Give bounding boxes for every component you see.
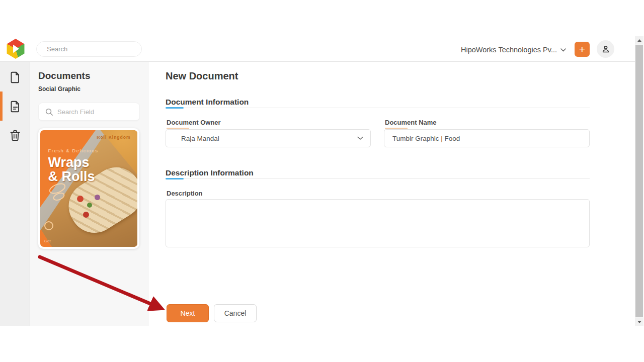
play-icon: [11, 44, 21, 54]
section-rule: [166, 178, 590, 179]
profile-button[interactable]: [597, 40, 614, 58]
plus-icon: +: [579, 43, 585, 55]
owner-label: Document Owner: [167, 119, 221, 129]
scroll-up-button[interactable]: [635, 36, 643, 44]
thumbnail-heading-1: Wraps: [48, 155, 89, 170]
panel-title: Documents: [38, 70, 90, 81]
app-logo[interactable]: [6, 39, 25, 59]
down-arrow-icon: [637, 321, 641, 323]
document-text-icon[interactable]: [9, 100, 22, 113]
documents-panel: Documents Social Graphic Roll Kingdom Fr…: [30, 62, 148, 326]
thumbnail-graphic: Roll Kingdom Fresh & Delicious Wraps & R…: [40, 130, 137, 247]
scroll-down-button[interactable]: [635, 318, 643, 326]
scrollbar-thumb[interactable]: [635, 45, 643, 317]
owner-value: Raja Mandal: [181, 135, 357, 142]
cancel-button[interactable]: Cancel: [214, 304, 257, 322]
spiral-doodle: [44, 221, 53, 230]
section-underline: [166, 107, 184, 109]
chevron-down-icon: [560, 48, 566, 52]
vertical-scrollbar[interactable]: [635, 36, 643, 326]
thumbnail-corner-text: Get: [44, 239, 51, 243]
section-underline: [166, 178, 184, 179]
document-thumbnail[interactable]: Roll Kingdom Fresh & Delicious Wraps & R…: [38, 128, 139, 249]
global-search[interactable]: [36, 41, 142, 57]
section-rule: [166, 108, 590, 108]
up-arrow-icon: [637, 39, 641, 42]
global-search-input[interactable]: [47, 45, 135, 53]
veg-bit: [87, 203, 92, 208]
section-title: Document Information: [166, 98, 249, 106]
section-title: Description Information: [166, 168, 254, 177]
topbar: HipoWorks Technologies Pv... +: [0, 38, 635, 61]
page-title: New Document: [166, 70, 238, 82]
icon-rail: [0, 62, 30, 326]
description-textarea[interactable]: [166, 199, 590, 247]
panel-search-input[interactable]: [57, 108, 134, 116]
panel-search[interactable]: [38, 103, 140, 121]
person-icon: [601, 44, 611, 54]
new-document-form: New Document Document Information Docume…: [148, 62, 635, 326]
chevron-down-icon: [357, 136, 363, 140]
add-button[interactable]: +: [575, 42, 590, 57]
trash-icon[interactable]: [9, 129, 22, 142]
thumbnail-brand: Roll Kingdom: [97, 135, 130, 140]
document-owner-select[interactable]: Raja Mandal: [166, 129, 371, 147]
section-description-information: Description Information: [166, 168, 590, 177]
thumbnail-heading-2: & Rolls: [48, 169, 95, 185]
section-document-information: Document Information: [166, 98, 590, 107]
document-name-input[interactable]: [384, 129, 590, 147]
org-switcher[interactable]: HipoWorks Technologies Pv...: [461, 38, 566, 61]
thumbnail-tagline: Fresh & Delicious: [48, 148, 98, 153]
next-button[interactable]: Next: [167, 304, 209, 322]
panel-subtitle: Social Graphic: [38, 85, 80, 93]
name-label: Document Name: [385, 119, 437, 129]
org-name: HipoWorks Technologies Pv...: [461, 46, 557, 54]
document-icon[interactable]: [9, 71, 22, 84]
active-item-indicator: [0, 92, 3, 121]
veg-bit: [95, 195, 100, 200]
description-label: Description: [167, 190, 203, 197]
search-icon: [45, 108, 53, 116]
